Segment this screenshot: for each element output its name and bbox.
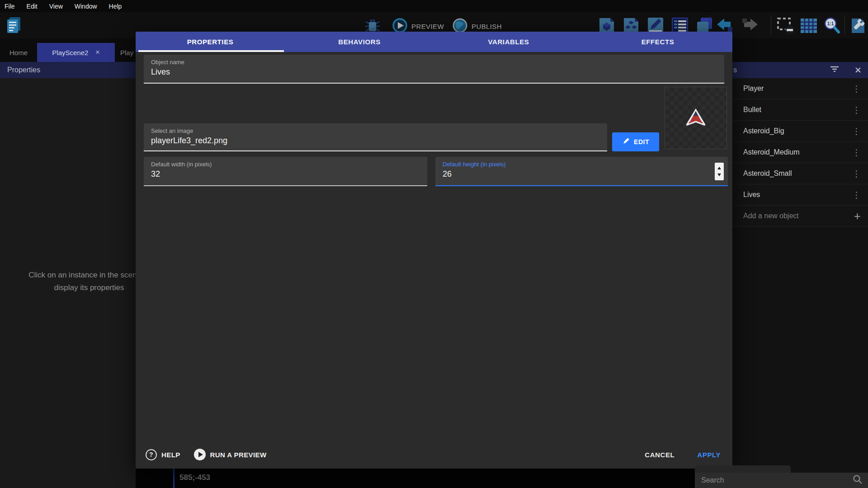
preview-label: PREVIEW bbox=[411, 23, 444, 30]
object-name: Player bbox=[743, 84, 852, 93]
scene-status-bar: 585;-453 bbox=[136, 469, 695, 488]
help-icon: ? bbox=[146, 449, 157, 460]
object-menu-kebab-icon[interactable]: ⋮ bbox=[852, 169, 861, 178]
sprite-preview bbox=[665, 87, 727, 149]
tab-effects[interactable]: EFFECTS bbox=[583, 32, 732, 52]
tab-playscene2-label: PlayScene2 bbox=[52, 49, 88, 56]
objects-panel-title-fragment: s bbox=[733, 66, 737, 74]
instance-properties-panel: Properties Click on an instance in the s… bbox=[0, 62, 136, 488]
edit-pencil-small-icon bbox=[622, 137, 630, 146]
menu-item[interactable]: Edit bbox=[27, 3, 38, 10]
object-menu-kebab-icon[interactable]: ⋮ bbox=[852, 191, 861, 199]
tab-playscene2[interactable]: PlayScene2 × bbox=[37, 43, 115, 62]
tab-home[interactable]: Home bbox=[0, 43, 37, 62]
object-row[interactable]: Asteroid_Medium ⋮ bbox=[732, 142, 868, 163]
grid-icon[interactable] bbox=[799, 16, 818, 37]
select-image-label: Select an image bbox=[151, 127, 193, 134]
empty-message-line1: Click on an instance in the scene to bbox=[5, 269, 136, 282]
object-menu-kebab-icon[interactable]: ⋮ bbox=[852, 127, 861, 136]
publish-label: PUBLISH bbox=[472, 23, 502, 30]
number-spinner[interactable] bbox=[715, 163, 724, 180]
redo-icon[interactable] bbox=[739, 17, 760, 37]
object-name-label: Object name bbox=[151, 59, 184, 66]
default-width-label: Default width (in pixels) bbox=[151, 161, 212, 168]
default-width-input[interactable] bbox=[151, 169, 409, 179]
object-name: Lives bbox=[743, 191, 852, 199]
object-menu-kebab-icon[interactable]: ⋮ bbox=[852, 106, 861, 114]
edit-image-button[interactable]: EDIT bbox=[612, 132, 659, 151]
image-name-input[interactable] bbox=[151, 136, 589, 145]
panel-edge-line bbox=[173, 469, 175, 488]
apply-button[interactable]: APPLY bbox=[697, 451, 721, 459]
object-menu-kebab-icon[interactable]: ⋮ bbox=[852, 84, 861, 93]
menu-item[interactable]: File bbox=[5, 3, 15, 10]
tab-properties[interactable]: PROPERTIES bbox=[136, 32, 285, 52]
object-row[interactable]: Bullet ⋮ bbox=[732, 99, 868, 121]
tab-close-icon[interactable]: × bbox=[95, 48, 99, 56]
project-manager-icon[interactable] bbox=[5, 16, 23, 37]
run-preview-play-icon bbox=[194, 449, 206, 460]
tab-play-label: Play bbox=[120, 49, 133, 56]
object-search-bar bbox=[695, 473, 868, 488]
object-row[interactable]: Player ⋮ bbox=[732, 78, 868, 99]
tab-variables[interactable]: VARIABLES bbox=[434, 32, 583, 52]
add-object-label: Add a new object bbox=[743, 212, 854, 220]
objects-list: Player ⋮ Bullet ⋮ Asteroid_Big ⋮ Asteroi… bbox=[732, 78, 868, 206]
menu-bar: FileEditViewWindowHelp bbox=[0, 0, 868, 12]
plus-icon: + bbox=[854, 210, 861, 222]
search-input[interactable] bbox=[701, 476, 853, 484]
objects-panel-header: s ✕ bbox=[732, 62, 868, 78]
object-name-input[interactable] bbox=[151, 67, 706, 77]
default-height-input[interactable] bbox=[443, 169, 710, 179]
add-object-row[interactable]: Add a new object + bbox=[732, 206, 868, 227]
run-preview-label: RUN A PREVIEW bbox=[210, 451, 267, 459]
svg-text:1:1: 1:1 bbox=[827, 21, 834, 26]
spinner-down-icon[interactable] bbox=[717, 174, 721, 176]
zoom-1-1-icon[interactable]: 1:1 bbox=[823, 16, 842, 37]
menu-item[interactable]: View bbox=[49, 3, 63, 10]
dialog-footer: ? HELP RUN A PREVIEW CANCEL APPLY bbox=[136, 441, 732, 469]
object-name: Asteroid_Big bbox=[743, 127, 852, 135]
objects-panel-close-icon[interactable]: ✕ bbox=[854, 65, 862, 75]
object-name: Asteroid_Medium bbox=[743, 148, 852, 156]
default-width-field[interactable]: Default width (in pixels) bbox=[144, 157, 427, 186]
help-button[interactable]: ? HELP bbox=[146, 449, 180, 460]
object-menu-kebab-icon[interactable]: ⋮ bbox=[852, 148, 861, 157]
object-name-field[interactable]: Object name bbox=[144, 55, 724, 84]
properties-empty-message: Click on an instance in the scene to dis… bbox=[5, 269, 136, 294]
tab-behaviors[interactable]: BEHAVIORS bbox=[285, 32, 434, 52]
default-height-field[interactable]: Default height (in pixels) bbox=[435, 157, 728, 186]
object-row[interactable]: Asteroid_Big ⋮ bbox=[732, 121, 868, 142]
object-row[interactable]: Lives ⋮ bbox=[732, 184, 868, 206]
dialog-tab-bar: PROPERTIES BEHAVIORS VARIABLES EFFECTS bbox=[136, 32, 732, 52]
filter-icon[interactable] bbox=[830, 66, 839, 74]
empty-message-line2: display its properties bbox=[5, 282, 136, 294]
cancel-button[interactable]: CANCEL bbox=[645, 451, 675, 459]
spinner-up-icon[interactable] bbox=[717, 167, 721, 169]
gdevelop-window: FileEditViewWindowHelp bbox=[0, 0, 868, 488]
deselect-icon[interactable] bbox=[776, 16, 796, 37]
ship-sprite bbox=[685, 108, 707, 128]
run-preview-button[interactable]: RUN A PREVIEW bbox=[194, 449, 267, 460]
menu-item[interactable]: Window bbox=[75, 3, 97, 10]
help-label: HELP bbox=[161, 451, 180, 459]
edit-button-label: EDIT bbox=[634, 138, 649, 145]
tab-home-label: Home bbox=[9, 49, 28, 56]
properties-panel-title: Properties bbox=[0, 62, 136, 78]
object-editor-dialog: PROPERTIES BEHAVIORS VARIABLES EFFECTS O… bbox=[136, 32, 732, 469]
objects-panel: s ✕ Player ⋮ Bullet ⋮ Asteroid_Bi bbox=[732, 62, 868, 488]
active-tab-underline bbox=[138, 50, 284, 52]
search-icon[interactable] bbox=[853, 474, 863, 486]
cursor-coordinates: 585;-453 bbox=[179, 473, 210, 482]
default-height-label: Default height (in pixels) bbox=[443, 161, 505, 168]
object-name: Bullet bbox=[743, 106, 852, 114]
object-row[interactable]: Asteroid_Small ⋮ bbox=[732, 163, 868, 184]
menu-item[interactable]: Help bbox=[109, 3, 122, 10]
object-name: Asteroid_Small bbox=[743, 169, 852, 178]
select-image-field[interactable]: Select an image bbox=[144, 123, 607, 151]
settings-wrench-icon[interactable] bbox=[849, 16, 867, 37]
